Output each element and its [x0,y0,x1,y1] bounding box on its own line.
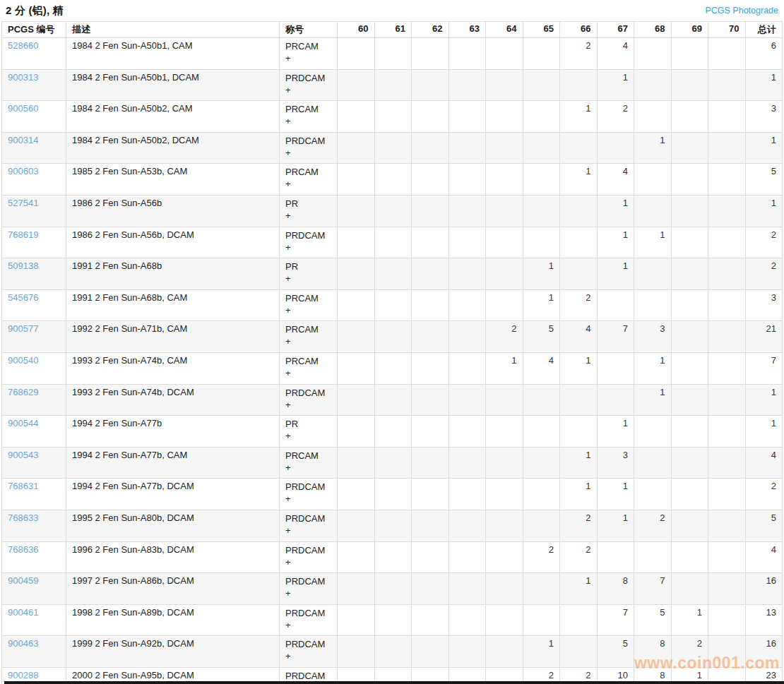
pcgs-number-link[interactable]: 900463 [8,638,38,649]
grade-68-cell [634,416,672,448]
grade-64-cell: 1 [486,352,523,384]
description-cell: 1986 2 Fen Sun-A56b, DCAM [66,227,280,258]
grade-68-cell: 2 [634,510,672,541]
designation-text: PRCAM [285,323,331,335]
grade-70-cell [708,132,746,164]
population-table: PCGS 编号 描述 称号 6061626364656667686970总计 5… [1,21,783,684]
total-cell: 4 [745,541,783,573]
pcgs-number-link[interactable]: 900544 [8,418,38,428]
grade-66-cell: 2 [560,38,598,70]
grade-66-cell [560,636,598,668]
designation-cell: PRCAM+ [280,352,338,384]
table-body: 5286601984 2 Fen Sun-A50b1, CAMPRCAM+246… [2,38,783,684]
pcgs-number-link[interactable]: 900461 [8,607,38,618]
grade-63-cell [449,195,486,227]
designation-plus: + [285,399,331,411]
grade-69-cell [671,321,708,353]
grade-67-cell: 1 [597,195,634,227]
designation-text: PRDCAM [285,135,331,147]
designation-text: PRCAM [285,40,331,52]
table-header-row: PCGS 编号 描述 称号 6061626364656667686970总计 [2,22,783,38]
pcgs-number-link[interactable]: 768633 [8,512,38,523]
pcgs-number-link[interactable]: 900577 [8,323,38,334]
grade-65-cell: 4 [523,352,560,384]
grade-62-cell [412,510,449,541]
designation-cell: PRDCAM+ [280,541,338,573]
grade-69-cell [671,541,708,573]
pcgs-number-link[interactable]: 900603 [8,166,38,176]
designation-text: PRDCAM [285,481,331,493]
pcgs-number-link[interactable]: 545676 [8,292,38,303]
total-cell: 16 [745,636,783,668]
table-row: 9005401993 2 Fen Sun-A74b, CAMPRCAM+1411… [2,352,783,384]
total-cell: 1 [745,132,783,164]
grade-60-cell [338,447,375,479]
pcgs-number-link[interactable]: 900313 [8,72,38,83]
pcgs-number-link[interactable]: 528660 [8,40,38,51]
grade-60-cell [338,604,375,636]
grade-63-cell [449,258,486,290]
grade-68-cell [634,195,672,227]
grade-68-cell [634,447,672,479]
pcgs-number-link[interactable]: 768636 [8,544,38,555]
column-header-description: 描述 [66,22,280,38]
grade-63-cell [449,541,486,573]
grade-70-cell [708,352,746,384]
grade-67-cell [597,384,634,416]
pcgs-number-link[interactable]: 527541 [8,198,38,208]
pcgs-number-link[interactable]: 900314 [8,135,38,145]
grade-62-cell [412,227,449,258]
pcgs-number-link[interactable]: 768631 [8,481,38,491]
pcgs-number-link[interactable]: 900543 [8,450,38,460]
grade-63-cell [449,573,486,605]
pcgs-number-link[interactable]: 509138 [8,260,38,271]
designation-text: PRDCAM [285,229,331,241]
table-row: 9004631999 2 Fen Sun-A92b, DCAMPRDCAM+15… [2,636,783,668]
designation-plus: + [285,493,331,505]
designation-text: PRCAM [285,166,331,178]
grade-62-cell [412,195,449,227]
pcgs-photograde-link[interactable]: PCGS Photograde [705,6,778,16]
table-row: 5456761991 2 Fen Sun-A68b, CAMPRCAM+123 [2,289,783,321]
grade-62-cell [412,604,449,636]
total-cell: 1 [745,195,783,227]
grade-67-cell: 1 [597,258,634,290]
grade-65-cell: 1 [523,289,560,321]
grade-64-cell [486,289,523,321]
grade-67-cell [597,132,634,164]
grade-63-cell [449,132,486,164]
column-header-grade-64: 64 [486,22,523,38]
grade-64-cell [486,38,523,70]
pcgs-number-link[interactable]: 900540 [8,355,38,366]
grade-61-cell [374,510,412,541]
pcgs-number-link[interactable]: 768619 [8,229,38,240]
grade-67-cell: 5 [597,636,634,668]
pcgs-number-link[interactable]: 900459 [8,575,38,586]
grade-63-cell [449,289,486,321]
designation-cell: PR+ [280,258,338,290]
pcgs-number-cell: 900461 [2,604,66,636]
grade-70-cell [708,541,746,573]
grade-62-cell [412,101,449,133]
description-cell: 1984 2 Fen Sun-A50b2, DCAM [66,132,280,164]
grade-69-cell [671,352,708,384]
pcgs-number-cell: 900314 [2,132,66,164]
grade-70-cell [708,195,746,227]
designation-cell: PRCAM+ [280,101,338,133]
pcgs-number-link[interactable]: 900288 [8,670,38,680]
description-cell: 1986 2 Fen Sun-A56b [66,195,280,227]
grade-66-cell: 2 [560,510,598,541]
designation-plus: + [285,462,331,474]
grade-67-cell: 1 [597,479,634,510]
grade-68-cell [634,541,672,573]
grade-70-cell [708,510,746,541]
designation-plus: + [285,335,331,347]
grade-64-cell [486,447,523,479]
grade-62-cell [412,447,449,479]
pcgs-number-link[interactable]: 768629 [8,387,38,397]
pcgs-number-link[interactable]: 900560 [8,103,38,114]
description-cell: 1984 2 Fen Sun-A50b1, DCAM [66,69,280,101]
pcgs-number-cell: 768629 [2,384,66,416]
table-row: 5275411986 2 Fen Sun-A56bPR+11 [2,195,783,227]
table-row: 9005441994 2 Fen Sun-A77bPR+11 [2,416,783,448]
